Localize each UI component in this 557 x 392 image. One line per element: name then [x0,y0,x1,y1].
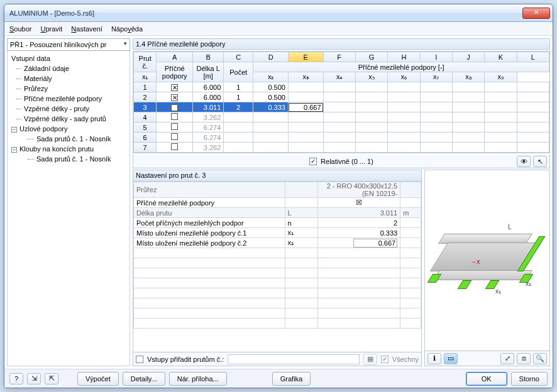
eye-icon-button[interactable]: 👁 [517,156,531,167]
view-icon[interactable]: ⧈ [517,353,531,364]
assign-checkbox[interactable] [136,356,143,363]
table-row[interactable]: 2✕6.00010.500 [134,92,549,102]
button-row: ? ⇲ ⇱ Výpočet Detaily... Nár. příloha...… [4,369,553,388]
tree-klouby-sub[interactable]: Sada prutů č. 1 - Nosník [10,154,128,164]
menu-upravit[interactable]: Upravit [40,25,62,33]
table-row[interactable]: 73.262 [134,143,549,153]
tree-uzlove[interactable]: −Uzlové podpory [10,124,128,134]
head-x9[interactable]: x₉ [485,72,517,82]
support-grid[interactable]: Prutč. A B C D E F G H I J K L [133,52,549,153]
close-button[interactable]: ✕ [522,8,550,19]
pick-members-icon[interactable]: ▦ [363,354,377,365]
detail-row[interactable]: Místo uložení mezilehlé podpory č.2x₂ [134,238,421,248]
head-delka[interactable]: Délka L [m] [193,62,224,82]
detail-row[interactable]: Místo uložení mezilehlé podpory č.1x₁0.3… [134,228,421,238]
zoom-icon[interactable]: 🔍 [533,353,547,364]
all-checkbox[interactable]: ✓ [381,356,389,363]
beam-label-L: L [508,224,512,231]
col-C[interactable]: C [224,52,253,62]
tree-item-pricne[interactable]: Příčné mezilehlé podpory [10,94,128,104]
head-group[interactable]: Příčné mezilehlé podpory [-] [253,62,549,72]
app-window: ALUMINIUM - [Demo-5.rs6] ✕ Soubor Upravi… [4,4,553,388]
all-label: Všechny [392,356,419,363]
help-icon[interactable]: ? [9,373,23,384]
tree-item-prurezy[interactable]: Průřezy [10,84,128,94]
table-row[interactable]: 3✕3.01120.333 [134,102,549,112]
details-button[interactable]: Detaily... [123,372,165,386]
titlebar[interactable]: ALUMINIUM - [Demo-5.rs6] ✕ [4,4,553,22]
grid-title: 1.4 Příčné mezilehlé podpory [133,38,550,50]
detail-area: Nastavení pro prut č. 3 Průřez2 - RRO 40… [133,170,550,366]
detail-footer: Vstupy přiřadit prutům č.: ▦ ✓ Všechny [133,352,421,366]
detail-table[interactable]: Průřez2 - RRO 400x300x12.5 (EN 10219-Pří… [133,182,421,329]
col-corner[interactable]: Prutč. [134,52,157,72]
head-x3[interactable]: x₃ [288,72,323,82]
col-G[interactable]: G [355,52,387,62]
table-row[interactable]: 43.262 [134,112,549,122]
tree-item-vzperne-pruty[interactable]: Vzpěrné délky - pruty [10,104,128,114]
export-icon[interactable]: ⇱ [45,373,58,384]
tree-klouby[interactable]: −Klouby na koncích prutu [10,144,128,154]
x2-editor[interactable] [289,103,323,112]
table-row[interactable]: 1✕6.00010.500 [134,82,549,92]
detail-row[interactable]: Průřez2 - RRO 400x300x12.5 (EN 10219- [134,182,421,198]
col-K[interactable]: K [485,52,517,62]
detail-row[interactable]: Příčné mezilehlé podpory☒ [134,198,421,208]
relative-checkbox[interactable]: ✓ [309,158,317,165]
menu-napoveda[interactable]: Nápověda [111,25,143,33]
tree-item-materialy[interactable]: Materiály [10,74,128,84]
head-x5[interactable]: x₅ [355,72,387,82]
head-x2[interactable]: x₂ [253,72,289,82]
tree-item-vzperne-sady[interactable]: Vzpěrné délky - sady prutů [10,114,128,124]
nav-tree: Vstupní data Základní údaje Materiály Pr… [7,51,130,366]
col-E[interactable]: E [288,52,323,62]
axes-icon[interactable]: ⤢ [500,353,514,364]
menubar: Soubor Upravit Nastavení Nápověda [4,22,553,36]
pick-icon-button[interactable]: ↖ [533,156,547,167]
detail-row[interactable]: Délka prutuL3.011m [134,208,421,218]
col-J[interactable]: J [452,52,484,62]
tree-item-zakladni[interactable]: Základní údaje [10,63,128,74]
head-x1[interactable]: x₁ [134,72,157,82]
section-icon[interactable]: ▭ [444,353,458,364]
col-A[interactable]: A [157,52,193,62]
menu-soubor[interactable]: Soubor [9,25,31,33]
grid-wrap: Prutč. A B C D E F G H I J K L [133,51,550,153]
col-B[interactable]: B [193,52,224,62]
head-x4[interactable]: x₄ [323,72,355,82]
head-x6[interactable]: x₆ [388,72,420,82]
table-row[interactable]: 66.274 [134,133,549,143]
detail-row[interactable]: Počet příčných mezilehlých podporn2 [134,218,421,228]
graphics-button[interactable]: Grafika [272,372,311,386]
col-H[interactable]: H [388,52,420,62]
col-F[interactable]: F [323,52,355,62]
ok-button[interactable]: OK [466,372,507,386]
table-row[interactable]: 56.274 [134,122,549,133]
cancel-button[interactable]: Storno [511,372,548,386]
tree-uzlove-sub[interactable]: Sada prutů č. 1 - Nosník [10,134,128,144]
beam-label-x1: x₁ [495,288,501,295]
annex-button[interactable]: Nár. příloha... [169,372,227,386]
main-panel: 1.4 Příčné mezilehlé podpory Prutč. A B … [133,38,550,366]
import-icon[interactable]: ⇲ [27,373,41,384]
info-icon[interactable]: ℹ [427,353,441,364]
col-I[interactable]: I [420,52,452,62]
beam-label-x2: x₂ [526,280,531,287]
assign-input[interactable] [228,354,360,364]
head-pricne[interactable]: Příčné podpory [157,62,193,82]
collapse-icon[interactable]: − [11,127,17,133]
detail-editor[interactable] [353,239,397,248]
nav-combo-text: PŘ1 - Posouzení hliníkových pr [10,41,106,48]
calc-button[interactable]: Výpočet [77,372,119,386]
col-D[interactable]: D [253,52,289,62]
col-L[interactable]: L [517,52,549,62]
preview-canvas[interactable]: L →x x₁ x₂ [425,170,549,351]
tree-root[interactable]: Vstupní data [10,53,128,63]
nav-combo[interactable]: PŘ1 - Posouzení hliníkových pr [7,38,130,51]
preview-toolbar: ℹ ▭ ⤢ ⧈ 🔍 [425,351,549,366]
menu-nastaveni[interactable]: Nastavení [71,25,102,33]
head-pocet[interactable]: Počet [224,62,253,82]
head-x7[interactable]: x₇ [420,72,452,82]
head-x8[interactable]: x₈ [452,72,484,82]
collapse-icon[interactable]: − [11,147,17,153]
